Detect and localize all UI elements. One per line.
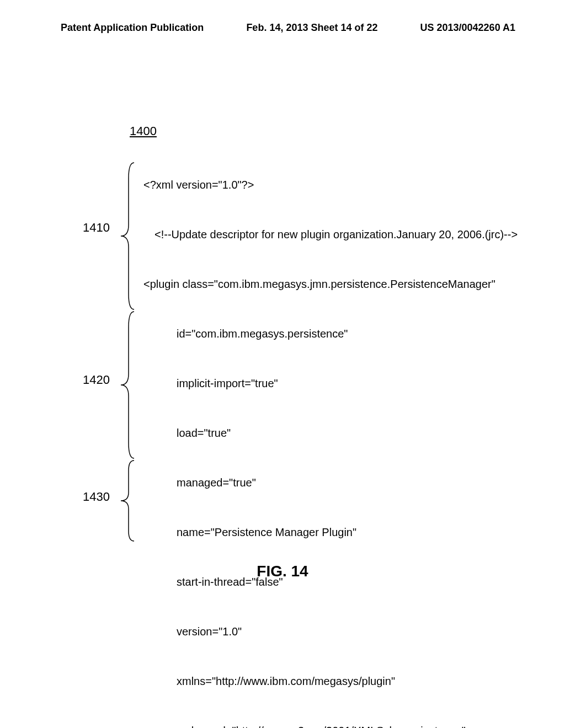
brace-icon — [119, 162, 135, 311]
code-line: <!--Update descriptor for new plugin org… — [143, 226, 518, 243]
code-line: <plugin class="com.ibm.megasys.jmn.persi… — [143, 276, 518, 292]
header-right: US 2013/0042260 A1 — [420, 22, 515, 34]
figure-caption: FIG. 14 — [0, 563, 565, 580]
code-line: managed="true" — [143, 474, 518, 491]
figure-number: 1400 — [130, 124, 157, 138]
code-line: xmlns="http://www.ibm.com/megasys/plugin… — [143, 673, 518, 689]
code-line: <?xml version="1.0"?> — [143, 176, 518, 193]
reference-label-1430: 1430 — [83, 490, 110, 504]
code-line: implicit-import="true" — [143, 375, 518, 392]
patent-page: Patent Application Publication Feb. 14, … — [0, 0, 565, 728]
code-line: version="1.0" — [143, 623, 518, 640]
page-header: Patent Application Publication Feb. 14, … — [0, 22, 565, 34]
header-center: Feb. 14, 2013 Sheet 14 of 22 — [246, 22, 377, 34]
header-left: Patent Application Publication — [61, 22, 204, 34]
xml-code-listing: <?xml version="1.0"?> <!--Update descrip… — [143, 143, 518, 728]
reference-label-1420: 1420 — [83, 373, 110, 387]
brace-icon — [119, 459, 135, 542]
reference-label-1410: 1410 — [83, 221, 110, 235]
code-line: xmlns:xsd="http://www.w3.org/2001/XMLSch… — [143, 722, 518, 728]
code-line: id="com.ibm.megasys.persistence" — [143, 325, 518, 342]
brace-icon — [119, 311, 135, 459]
code-line: name="Persistence Manager Plugin" — [143, 524, 518, 540]
code-line: load="true" — [143, 425, 518, 441]
